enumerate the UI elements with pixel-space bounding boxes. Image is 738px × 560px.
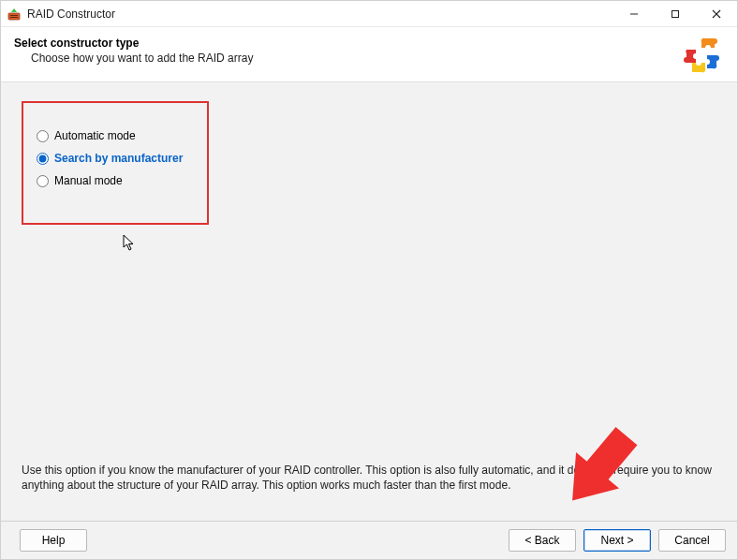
radio-input-auto[interactable]: [37, 130, 49, 142]
options-highlight-box: Automatic mode Search by manufacturer Ma…: [22, 101, 209, 225]
wizard-footer: Help < Back Next > Cancel: [1, 521, 737, 559]
maximize-button[interactable]: [655, 1, 696, 26]
radio-search-by-manufacturer[interactable]: Search by manufacturer: [37, 152, 194, 165]
window-controls: [613, 1, 737, 26]
window: RAID Constructor Select constructor type…: [0, 0, 738, 560]
back-button[interactable]: < Back: [509, 529, 576, 552]
close-button[interactable]: [696, 1, 737, 26]
page-subtitle: Choose how you want to add the RAID arra…: [31, 52, 683, 65]
wizard-header: Select constructor type Choose how you w…: [1, 27, 737, 82]
content-area: Automatic mode Search by manufacturer Ma…: [1, 82, 737, 521]
radio-input-manual[interactable]: [37, 175, 49, 187]
svg-rect-0: [8, 13, 20, 20]
radio-manual-mode[interactable]: Manual mode: [37, 174, 194, 187]
cursor-icon: [123, 234, 136, 254]
svg-rect-2: [10, 17, 18, 18]
option-description: Use this option if you know the manufact…: [22, 463, 716, 509]
app-icon: [7, 7, 22, 22]
titlebar: RAID Constructor: [1, 1, 737, 27]
window-title: RAID Constructor: [27, 7, 613, 21]
svg-rect-4: [672, 10, 679, 17]
page-title: Select constructor type: [14, 37, 683, 50]
puzzle-icon: [683, 37, 724, 74]
radio-label-auto: Automatic mode: [54, 129, 136, 142]
minimize-button[interactable]: [613, 1, 655, 26]
radio-automatic-mode[interactable]: Automatic mode: [37, 129, 194, 142]
cancel-button[interactable]: Cancel: [658, 529, 726, 552]
svg-rect-1: [10, 15, 18, 16]
help-button[interactable]: Help: [20, 529, 87, 552]
next-button[interactable]: Next >: [583, 529, 651, 552]
radio-label-manufacturer: Search by manufacturer: [54, 152, 183, 165]
radio-label-manual: Manual mode: [54, 174, 123, 187]
radio-input-manufacturer[interactable]: [37, 153, 49, 165]
